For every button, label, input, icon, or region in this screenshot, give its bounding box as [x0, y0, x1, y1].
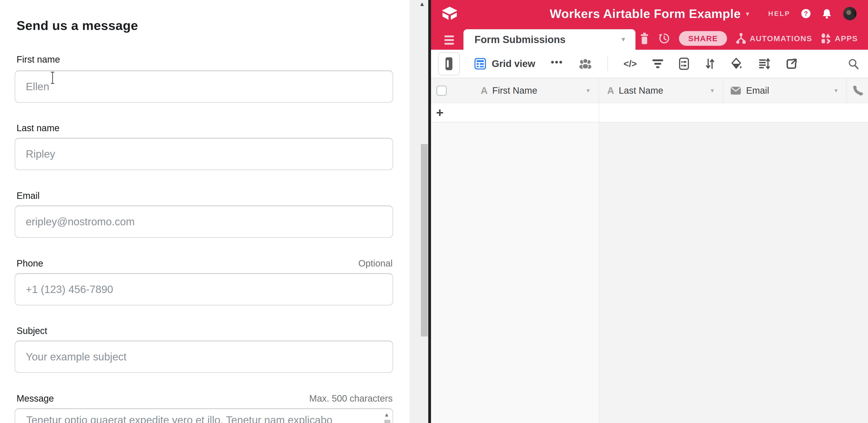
share-label: SHARE [688, 34, 718, 43]
column-name: Last Name [619, 85, 663, 96]
phone-input[interactable] [15, 273, 393, 305]
first-name-input[interactable] [15, 70, 393, 103]
bell-icon[interactable] [822, 8, 832, 19]
sidebar-toggle-icon [445, 57, 453, 70]
text-field-icon: A [481, 85, 488, 96]
mouse-cursor-ibeam [50, 72, 55, 84]
email-field-icon [731, 87, 741, 95]
column-divider [599, 103, 599, 122]
first-name-label: First name [17, 54, 60, 65]
text-field-icon: A [607, 85, 614, 96]
view-name-button[interactable]: Grid view [492, 58, 535, 69]
last-name-label: Last name [17, 123, 60, 133]
message-textarea[interactable]: Tenetur optio quaerat expedite vero et i… [15, 408, 393, 423]
form-title: Send us a message [17, 18, 138, 33]
apps-icon [821, 33, 831, 44]
table-tab-label: Form Submissions [474, 34, 565, 46]
share-view-icon[interactable] [786, 58, 797, 69]
column-divider [599, 122, 599, 423]
toolbar-divider [608, 56, 608, 71]
window-divider [428, 0, 431, 423]
share-button[interactable]: SHARE [679, 31, 727, 46]
column-header-first-name[interactable]: A First Name ▼ [431, 78, 599, 103]
column-dropdown-icon[interactable]: ▼ [710, 87, 715, 94]
automations-icon [736, 33, 746, 44]
hamburger-menu-icon[interactable] [444, 35, 454, 44]
message-label: Message [17, 393, 54, 404]
grid-view-icon [474, 58, 486, 70]
column-header-last-name[interactable]: A Last Name ▼ [599, 78, 723, 103]
automations-button[interactable]: AUTOMATIONS [736, 33, 812, 44]
subject-label: Subject [17, 326, 47, 336]
group-fields-icon[interactable] [679, 57, 689, 70]
contact-form-pane: Send us a message First name Last name E… [0, 0, 410, 423]
color-paint-icon[interactable] [731, 58, 743, 70]
email-input[interactable] [15, 206, 393, 238]
dropdown-triangle-icon: ▼ [620, 36, 626, 43]
grid-empty-area [431, 122, 868, 423]
column-name: Email [746, 85, 769, 96]
airtable-topbar: Workers Airtable Form Example ▾ HELP ? [431, 0, 868, 27]
empty-primary-column [431, 122, 599, 423]
last-name-input[interactable] [15, 138, 393, 170]
email-label: Email [17, 190, 39, 201]
trash-icon[interactable] [640, 32, 650, 44]
avatar[interactable] [843, 7, 857, 20]
help-button[interactable]: HELP [768, 10, 790, 18]
message-maxchars-note: Max. 500 characters [309, 393, 393, 404]
column-dropdown-icon[interactable]: ▼ [585, 87, 591, 94]
tab-form-submissions[interactable]: Form Submissions ▼ [463, 29, 636, 50]
airtable-logo-icon[interactable] [441, 6, 458, 20]
history-icon[interactable] [658, 32, 670, 44]
phone-optional-note: Optional [358, 258, 393, 269]
textarea-scroll-up-icon[interactable]: ▲ [384, 412, 390, 418]
phone-label: Phone [17, 258, 43, 269]
add-record-row[interactable]: + [431, 103, 868, 122]
row-height-icon[interactable] [758, 58, 770, 69]
search-icon[interactable] [848, 58, 859, 69]
sort-icon[interactable] [705, 58, 715, 70]
scrollbar-thumb[interactable] [421, 144, 428, 336]
base-title: Workers Airtable Form Example [550, 6, 741, 21]
airtable-pane: Workers Airtable Form Example ▾ HELP ? F… [431, 0, 868, 423]
left-pane-scrollbar[interactable]: ▲ [410, 0, 428, 423]
apps-button[interactable]: APPS [821, 33, 858, 44]
table-tabs-bar: Form Submissions ▼ SHARE [431, 27, 868, 50]
view-sidebar-toggle-button[interactable] [438, 52, 460, 75]
code-icon[interactable]: </> [623, 59, 637, 69]
scrollbar-up-icon[interactable]: ▲ [419, 1, 425, 7]
help-circle-icon[interactable]: ? [801, 9, 810, 18]
filter-icon[interactable] [652, 59, 663, 68]
column-header-email[interactable]: Email ▼ [723, 78, 847, 103]
chevron-down-icon: ▾ [746, 10, 749, 18]
message-text: Tenetur optio quaerat expedite vero et i… [26, 414, 332, 423]
column-header-phone[interactable]: Phone [847, 78, 868, 103]
select-all-checkbox[interactable] [437, 86, 447, 96]
column-name: First Name [492, 85, 537, 96]
view-toolbar: Grid view ••• </> [431, 50, 868, 78]
textarea-scrollbar-thumb[interactable] [384, 420, 390, 423]
column-dropdown-icon[interactable]: ▼ [833, 87, 839, 94]
plus-icon[interactable]: + [436, 106, 444, 119]
automations-label: AUTOMATIONS [749, 34, 812, 43]
collaborators-icon[interactable] [579, 58, 592, 69]
base-title-menu[interactable]: Workers Airtable Form Example ▾ [550, 0, 749, 27]
apps-label: APPS [835, 34, 858, 43]
phone-field-icon [853, 86, 863, 96]
grid-header-row: A First Name ▼ A Last Name ▼ Email ▼ [431, 78, 868, 103]
subject-input[interactable] [15, 341, 393, 373]
empty-secondary-area [599, 122, 868, 423]
